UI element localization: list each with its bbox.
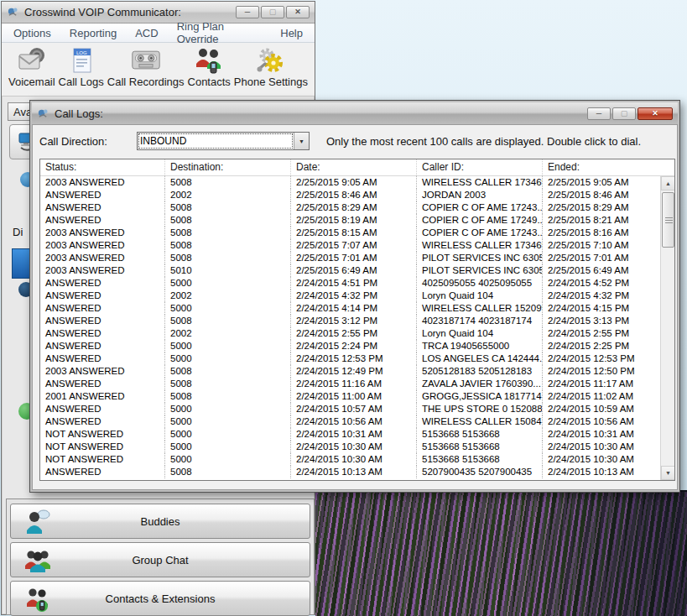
cell-ended: 2/25/2015 8:29 AM — [542, 201, 674, 214]
toolbar-call-logs-button[interactable]: LOG Call Logs — [59, 46, 104, 88]
scroll-up-icon[interactable] — [661, 176, 674, 191]
cell-date: 2/24/2015 10:56 AM — [290, 415, 416, 428]
maximize-button[interactable] — [261, 6, 284, 18]
cell-destination: 5000 — [164, 340, 290, 352]
cell-status: NOT ANSWERED — [40, 453, 164, 466]
table-row[interactable]: 2003 ANSWERED 5008 2/24/2015 12:49 PM 52… — [40, 365, 674, 378]
cell-date: 2/24/2015 12:49 PM — [290, 365, 416, 378]
toolbar-call-recordings-button[interactable]: Call Recordings — [107, 46, 185, 88]
cell-date: 2/25/2015 6:49 AM — [290, 264, 416, 277]
table-row[interactable]: ANSWERED 5000 2/24/2015 10:57 AM THE UPS… — [40, 403, 674, 415]
table-row[interactable]: ANSWERED 5008 2/24/2015 10:13 AM 5207900… — [40, 466, 674, 478]
cell-status: ANSWERED — [40, 415, 164, 428]
dialog-titlebar[interactable]: Call Logs: — [32, 102, 678, 125]
group-chat-button[interactable]: Group Chat — [10, 542, 310, 577]
cell-destination: 5000 — [164, 441, 290, 453]
voicemail-icon — [17, 46, 47, 75]
table-row[interactable]: 2003 ANSWERED 5008 2/25/2015 7:07 AM WIR… — [40, 239, 674, 252]
cell-caller-id: GROGG,JESSICA 1817714... — [416, 390, 542, 403]
table-row[interactable]: ANSWERED 5000 2/24/2015 10:56 AM WIRELES… — [40, 415, 674, 428]
menu-acd[interactable]: ACD — [127, 25, 166, 41]
table-row[interactable]: ANSWERED 5000 2/24/2015 4:14 PM WIRELESS… — [40, 302, 674, 315]
call-direction-label: Call Direction: — [39, 135, 137, 148]
table-row[interactable]: ANSWERED 5000 2/24/2015 12:53 PM LOS ANG… — [40, 352, 674, 365]
cell-destination: 5010 — [164, 264, 290, 277]
table-row[interactable]: ANSWERED 2002 2/25/2015 8:46 AM JORDAN 2… — [40, 189, 674, 201]
cell-date: 2/24/2015 10:30 AM — [290, 441, 416, 453]
cell-status: 2003 ANSWERED — [40, 239, 164, 252]
cell-destination: 5008 — [164, 201, 290, 214]
table-row[interactable]: ANSWERED 5008 2/24/2015 11:16 AM ZAVALA … — [40, 378, 674, 390]
cell-status: ANSWERED — [40, 378, 164, 390]
close-button[interactable] — [286, 6, 310, 18]
table-row[interactable]: 2003 ANSWERED 5008 2/25/2015 9:05 AM WIR… — [40, 176, 674, 189]
cell-status: 2003 ANSWERED — [40, 252, 164, 264]
dialog-close-button[interactable] — [638, 107, 673, 120]
dropdown-arrow-icon[interactable] — [294, 133, 309, 149]
call-direction-dropdown[interactable]: INBOUND — [137, 132, 310, 150]
table-row[interactable]: 2003 ANSWERED 5008 2/25/2015 7:01 AM PIL… — [40, 252, 674, 264]
column-header-ended[interactable]: Ended: — [542, 159, 674, 175]
toolbar-contacts-button[interactable]: Contacts — [188, 46, 231, 88]
cell-date: 2/24/2015 10:30 AM — [290, 453, 416, 466]
cell-destination: 5000 — [164, 415, 290, 428]
cell-date: 2/24/2015 12:53 PM — [290, 352, 416, 365]
cell-date: 2/25/2015 8:19 AM — [290, 214, 416, 227]
cell-caller-id: PILOT SERVICES INC 6305... — [416, 252, 542, 264]
desktop-wallpaper-lavender-field — [315, 490, 687, 616]
cell-ended: 2/24/2015 11:17 AM — [542, 378, 674, 390]
buddies-button[interactable]: Buddies — [10, 504, 310, 539]
minimize-button[interactable] — [236, 6, 259, 18]
table-row[interactable]: NOT ANSWERED 5000 2/24/2015 10:31 AM 515… — [40, 428, 674, 441]
cell-date: 2/24/2015 10:57 AM — [290, 403, 416, 415]
menu-ring-plan-override[interactable]: Ring Plan Override — [169, 18, 271, 47]
toolbar-phone-settings-button[interactable]: Phone Settings — [234, 46, 308, 88]
cell-date: 2/24/2015 11:16 AM — [290, 378, 416, 390]
call-direction-value: INBOUND — [138, 133, 294, 149]
menu-help[interactable]: Help — [272, 25, 311, 41]
table-row[interactable]: ANSWERED 5000 2/24/2015 2:24 PM TRCA 194… — [40, 340, 674, 352]
column-header-date[interactable]: Date: — [290, 159, 416, 175]
table-row[interactable]: ANSWERED 2002 2/24/2015 4:32 PM Loryn Qu… — [40, 290, 674, 302]
table-row[interactable]: ANSWERED 5008 2/25/2015 8:19 AM COPIER C… — [40, 214, 674, 227]
table-row[interactable]: NOT ANSWERED 5000 2/24/2015 10:30 AM 515… — [40, 453, 674, 466]
cell-status: ANSWERED — [40, 340, 164, 352]
table-row[interactable]: 2003 ANSWERED 5010 2/25/2015 6:49 AM PIL… — [40, 264, 674, 277]
menu-reporting[interactable]: Reporting — [61, 25, 125, 41]
table-row[interactable]: ANSWERED 5008 2/24/2015 3:12 PM 40231871… — [40, 315, 674, 327]
table-row[interactable]: 2003 ANSWERED 5008 2/25/2015 8:15 AM COP… — [40, 227, 674, 239]
column-header-caller-id[interactable]: Caller ID: — [416, 159, 542, 175]
vertical-scrollbar[interactable] — [660, 176, 674, 480]
table-row[interactable]: ANSWERED 5008 2/25/2015 8:29 AM COPIER C… — [40, 201, 674, 214]
cell-date: 2/25/2015 8:15 AM — [290, 227, 416, 239]
contacts-extensions-button[interactable]: Contacts & Extensions — [10, 581, 310, 616]
menu-bar: Options Reporting ACD Ring Plan Override… — [2, 23, 315, 43]
cell-caller-id: JORDAN 2003 — [416, 189, 542, 201]
menu-options[interactable]: Options — [5, 25, 60, 41]
cell-ended: 2/24/2015 4:52 PM — [542, 277, 674, 290]
cell-caller-id: WIRELESS CALLER 173469... — [416, 176, 542, 189]
cell-date: 2/24/2015 10:13 AM — [290, 466, 416, 478]
cell-date: 2/25/2015 8:29 AM — [290, 201, 416, 214]
dialog-minimize-button[interactable] — [587, 107, 611, 120]
column-header-destination[interactable]: Destination: — [164, 159, 290, 175]
table-row[interactable]: ANSWERED 5000 2/24/2015 4:51 PM 40250950… — [40, 277, 674, 290]
cell-status: ANSWERED — [40, 189, 164, 201]
scrollbar-thumb[interactable] — [662, 192, 674, 248]
dial-label-partial: Di — [13, 226, 23, 238]
toolbar-voicemail-button[interactable]: Voicemail — [8, 46, 55, 88]
svg-text:LOG: LOG — [76, 50, 87, 55]
cell-ended: 2/24/2015 4:32 PM — [542, 290, 674, 302]
table-row[interactable]: NOT ANSWERED 5000 2/24/2015 10:30 AM 515… — [40, 441, 674, 453]
scroll-down-icon[interactable] — [661, 466, 674, 480]
table-row[interactable]: 2001 ANSWERED 5008 2/24/2015 11:00 AM GR… — [40, 390, 674, 403]
cell-caller-id: 4025095055 4025095055 — [416, 277, 542, 290]
call-log-table: Status: Destination: Date: Caller ID: En… — [39, 159, 675, 481]
dialog-maximize-button[interactable] — [612, 107, 636, 120]
column-header-status[interactable]: Status: — [40, 159, 164, 175]
cell-status: 2003 ANSWERED — [40, 365, 164, 378]
app-icon — [7, 6, 19, 18]
cell-destination: 5008 — [164, 252, 290, 264]
cell-date: 2/24/2015 3:12 PM — [290, 315, 416, 327]
table-row[interactable]: ANSWERED 2002 2/24/2015 2:55 PM Loryn Qu… — [40, 327, 674, 340]
